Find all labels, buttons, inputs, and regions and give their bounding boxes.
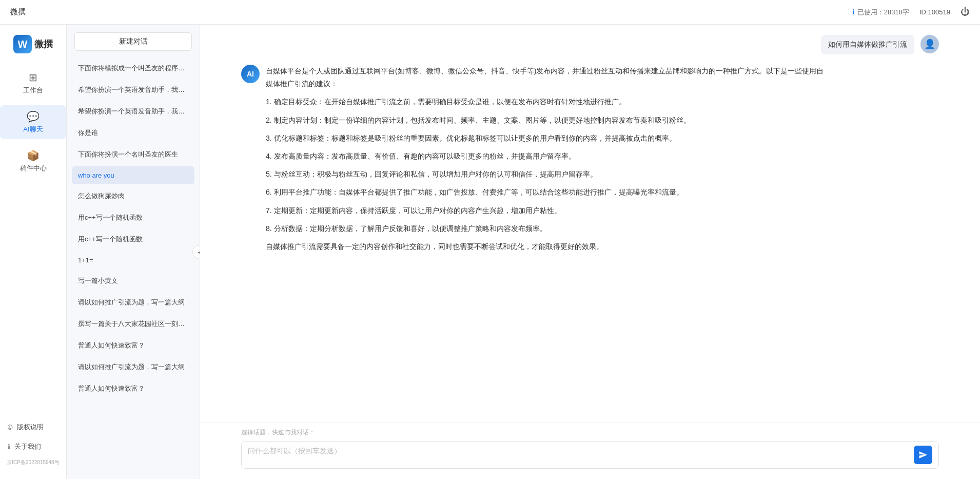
beian-text: 京ICP备2022015948号 <box>0 456 66 469</box>
about-icon: ℹ <box>8 443 10 451</box>
history-item[interactable]: 用c++写一个随机函数 <box>72 229 194 249</box>
logo-area: W 微撰 <box>13 35 53 53</box>
history-item[interactable]: 撰写一篇关于八大家花园社区一刻钟便民生... <box>72 314 194 334</box>
history-item[interactable]: 怎么做狗屎炒肉 <box>72 186 194 206</box>
history-item[interactable]: 希望你扮演一个英语发音助手，我提供给你... <box>72 102 194 121</box>
topbar: 微撰 ℹ 已使用：28318字 ID:100519 ⏻ <box>0 0 980 25</box>
history-item[interactable]: 下面你将扮演一个名叫圣友的医生 <box>72 145 194 164</box>
components-icon: 📦 <box>27 149 40 162</box>
id-info: ID:100519 <box>919 8 950 16</box>
chat-input[interactable] <box>248 446 910 464</box>
workbench-label: 工作台 <box>23 86 43 95</box>
power-icon[interactable]: ⏻ <box>961 7 970 17</box>
sidebar-item-copyright[interactable]: © 版权说明 <box>0 417 66 437</box>
send-button[interactable] <box>914 446 932 464</box>
user-message: 如何用自媒体做推广引流 👤 <box>241 35 939 54</box>
history-item[interactable]: 希望你扮演一个英语发音助手，我提供给你... <box>72 80 194 100</box>
workbench-icon: ⊞ <box>29 71 37 84</box>
history-item[interactable]: 普通人如何快速致富？ <box>72 379 194 398</box>
ai-paragraph: 8. 分析数据：定期分析数据，了解用户反馈和喜好，以便调整推广策略和内容发布频率… <box>266 222 824 235</box>
history-item[interactable]: 写一篇小黄文 <box>72 271 194 291</box>
sidebar-item-workbench[interactable]: ⊞ 工作台 <box>0 66 66 100</box>
about-label: 关于我们 <box>14 442 41 451</box>
user-avatar: 👤 <box>920 35 939 53</box>
main-layout: W 微撰 ⊞ 工作台 💬 AI聊天 📦 稿件中心 © 版权说明 ℹ 关于我们 京… <box>0 25 980 479</box>
chat-messages: 如何用自媒体做推广引流 👤 AI 自媒体平台是个人或团队通过互联网平台(如博客、… <box>200 25 980 423</box>
topbar-right: ℹ 已使用：28318字 ID:100519 ⏻ <box>852 7 970 17</box>
page-title: 微撰 <box>10 7 26 17</box>
usage-text: 已使用：28318字 <box>857 8 909 17</box>
ai-chat-icon: 💬 <box>27 110 40 123</box>
history-item[interactable]: 用c++写一个随机函数 <box>72 208 194 227</box>
history-item[interactable]: 你是谁 <box>72 123 194 143</box>
ai-paragraph: 1. 确定目标受众：在开始自媒体推广引流之前，需要明确目标受众是谁，以便在发布内… <box>266 95 824 108</box>
sidebar-item-about[interactable]: ℹ 关于我们 <box>0 437 66 456</box>
ai-paragraph: 2. 制定内容计划：制定一份详细的内容计划，包括发布时间、频率、主题、文案、图片… <box>266 114 824 127</box>
ai-message: AI 自媒体平台是个人或团队通过互联网平台(如博客、微博、微信公众号、抖音、快手… <box>241 65 939 258</box>
logo-letter: W <box>18 39 28 50</box>
ai-paragraph: 自媒体推广引流需要具备一定的内容创作和社交能力，同时也需要不断尝试和优化，才能取… <box>266 240 824 253</box>
copyright-label: 版权说明 <box>17 423 44 432</box>
user-message-content: 如何用自媒体做推广引流 <box>821 35 914 54</box>
logo-text: 微撰 <box>34 38 53 50</box>
copyright-icon: © <box>8 424 13 431</box>
sidebar-item-ai-chat[interactable]: 💬 AI聊天 <box>0 105 66 139</box>
usage-info: ℹ 已使用：28318字 <box>852 8 909 17</box>
ai-chat-label: AI聊天 <box>23 125 43 134</box>
history-sidebar: 新建对话 下面你将模拟成一个叫圣友的程序员，我说...希望你扮演一个英语发音助手… <box>67 25 200 479</box>
chat-area: 如何用自媒体做推广引流 👤 AI 自媒体平台是个人或团队通过互联网平台(如博客、… <box>200 25 980 479</box>
history-item[interactable]: 普通人如何快速致富？ <box>72 336 194 355</box>
ai-paragraph: 4. 发布高质量内容：发布高质量、有价值、有趣的内容可以吸引更多的粉丝，并提高用… <box>266 150 824 163</box>
history-item[interactable]: 下面你将模拟成一个叫圣友的程序员，我说... <box>72 59 194 78</box>
logo-w-icon: W <box>13 35 32 53</box>
history-list: 下面你将模拟成一个叫圣友的程序员，我说...希望你扮演一个英语发音助手，我提供给… <box>67 59 200 479</box>
ai-paragraph: 6. 利用平台推广功能：自媒体平台都提供了推广功能，如广告投放、付费推广等，可以… <box>266 186 824 199</box>
history-item[interactable]: who are you <box>72 166 194 184</box>
ai-message-content: 自媒体平台是个人或团队通过互联网平台(如博客、微博、微信公众号、抖音、快手等)发… <box>266 65 824 258</box>
quick-topics-label: 选择话题，快速与我对话： <box>241 428 939 437</box>
ai-paragraph: 3. 优化标题和标签：标题和标签是吸引粉丝的重要因素。优化标题和标签可以让更多的… <box>266 132 824 145</box>
history-item[interactable]: 请以如何推广引流为题，写一篇大纲 <box>72 293 194 312</box>
ai-avatar: AI <box>241 65 260 83</box>
left-nav: W 微撰 ⊞ 工作台 💬 AI聊天 📦 稿件中心 © 版权说明 ℹ 关于我们 京… <box>0 25 67 479</box>
new-chat-button[interactable]: 新建对话 <box>74 32 192 51</box>
components-label: 稿件中心 <box>20 164 47 173</box>
input-box-wrapper <box>241 441 939 469</box>
ai-paragraph: 5. 与粉丝互动：积极与粉丝互动，回复评论和私信，可以增加用户对你的认可和信任，… <box>266 168 824 181</box>
ai-paragraph: 7. 定期更新：定期更新内容，保持活跃度，可以让用户对你的内容产生兴趣，增加用户… <box>266 204 824 217</box>
history-item[interactable]: 请以如何推广引流为题，写一篇大纲 <box>72 357 194 377</box>
info-icon: ℹ <box>852 8 855 16</box>
ai-paragraph: 自媒体平台是个人或团队通过互联网平台(如博客、微博、微信公众号、抖音、快手等)发… <box>266 65 824 90</box>
sidebar-item-components[interactable]: 📦 稿件中心 <box>0 144 66 178</box>
history-item[interactable]: 1+1= <box>72 251 194 269</box>
nav-bottom: © 版权说明 ℹ 关于我们 京ICP备2022015948号 <box>0 417 66 469</box>
input-area: 选择话题，快速与我对话： <box>200 423 980 479</box>
send-icon <box>918 450 928 459</box>
